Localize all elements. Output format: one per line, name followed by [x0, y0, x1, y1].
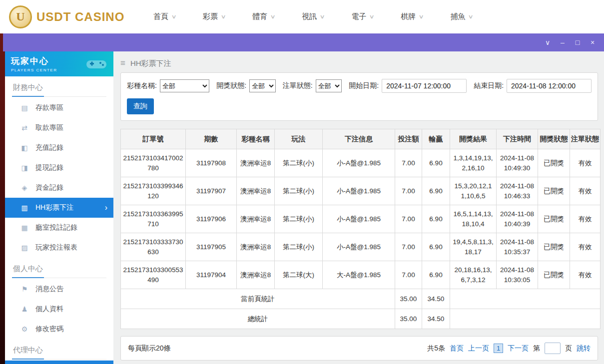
page-total-label: 當前頁統計	[121, 289, 395, 309]
sidebar-title: 玩家中心	[11, 55, 57, 67]
cell-bet-time: 2024-11-08 10:46:33	[497, 177, 538, 205]
current-page-indicator[interactable]: 1	[494, 344, 503, 353]
cell-draw-status: 已開獎	[538, 149, 570, 177]
grand-total-label: 總統計	[121, 309, 395, 329]
nav-item-electronic[interactable]: 電子∨	[338, 7, 387, 27]
sidebar-item-hh-lottery-bets[interactable]: ▥ HH彩票下注 ›	[5, 198, 113, 218]
hamburger-menu-icon[interactable]: ≡	[120, 58, 125, 68]
cell-order-status: 有效	[570, 261, 601, 289]
recharge-records-icon: ◧	[20, 144, 29, 152]
logo-text: USDT CASINO	[36, 10, 124, 24]
cell-draw-status: 已開獎	[538, 233, 570, 261]
cell-draw-result: 15,3,20,12,11,10,6,5	[450, 177, 497, 205]
sidebar-item-label: 取款專區	[35, 123, 63, 132]
prev-page-link[interactable]: 上一页	[468, 344, 489, 353]
start-date-input[interactable]	[382, 79, 467, 93]
cell-order-status: 有效	[570, 233, 601, 261]
col-order-status: 注單狀態	[570, 129, 601, 149]
window-titlebar: ∨ – □ ×	[3, 33, 604, 51]
order-status-select[interactable]: 全部	[316, 79, 342, 92]
section-label: 代理中心	[12, 344, 44, 360]
nav-item-live-video[interactable]: 視訊∨	[288, 7, 338, 27]
cell-order-number: 2152173103417002780	[121, 149, 186, 177]
nav-label: 捕魚	[450, 12, 465, 21]
main-content: ≡ HH彩票下注 彩種名稱: 全部 開獎狀態: 全部 注單狀態: 全部	[113, 51, 604, 364]
nav-label: 棋牌	[401, 12, 416, 21]
nav-item-home[interactable]: 首頁∨	[140, 7, 189, 27]
end-date-input[interactable]	[507, 79, 592, 93]
gear-icon: ⚙	[20, 325, 29, 333]
lottery-bets-icon: ▥	[20, 204, 29, 212]
cell-draw-status: 已開獎	[538, 261, 570, 289]
main-nav: 首頁∨ 彩票∨ 體育∨ 視訊∨ 電子∨ 棋牌∨ 捕魚∨	[140, 7, 595, 27]
sidebar-item-recharge-records[interactable]: ◧ 充值記錄	[5, 138, 113, 158]
filter-panel: 彩種名稱: 全部 開獎狀態: 全部 注單狀態: 全部 開始日期: 結束日期:	[120, 72, 598, 121]
cell-bet-amount: 7.00	[395, 177, 422, 205]
sidebar-item-room-bet-records[interactable]: ▦ 廳室投註記錄	[5, 218, 113, 238]
cell-play-type: 第二球(小)	[275, 205, 323, 233]
page-total-empty	[450, 289, 601, 309]
nav-item-fishing[interactable]: 捕魚∨	[437, 7, 486, 27]
window-collapse-icon[interactable]: ∨	[542, 37, 553, 48]
sidebar-item-label: 玩家投注報表	[35, 243, 77, 252]
logo-coin-icon: U	[9, 5, 32, 28]
section-label: 個人中心	[12, 263, 44, 278]
room-records-icon: ▦	[20, 224, 29, 232]
sidebar-item-fund-records[interactable]: ◈ 資金記錄	[5, 178, 113, 198]
person-icon: ♟	[20, 305, 29, 313]
nav-label: 體育	[252, 12, 267, 21]
sidebar-item-cashout-records[interactable]: ◨ 提現記錄	[5, 158, 113, 178]
sidebar-item-withdraw[interactable]: ⇄ 取款專區	[5, 118, 113, 138]
sidebar-item-deposit[interactable]: ▤ 存款專區	[5, 98, 113, 118]
sidebar-item-label: 修改密碼	[35, 325, 63, 334]
pagination-controls: 共5条 首页 上一页 1 下一页 第 页 跳转	[427, 343, 591, 354]
cell-period: 31197905	[186, 233, 237, 261]
page-jump-input[interactable]	[545, 343, 561, 354]
page-total-win: 34.50	[422, 289, 450, 309]
col-draw-result: 開獎結果	[450, 129, 497, 149]
cell-order-number: 2152173103300553490	[121, 261, 186, 289]
nav-item-board-games[interactable]: 棋牌∨	[387, 7, 437, 27]
cell-bet-time: 2024-11-08 10:30:05	[497, 261, 538, 289]
cell-bet-amount: 7.00	[395, 233, 422, 261]
window-minimize-icon[interactable]: –	[557, 37, 568, 48]
nav-item-lottery[interactable]: 彩票∨	[189, 7, 239, 27]
cell-draw-result: 20,18,16,13,6,7,3,12	[450, 261, 497, 289]
cell-period: 31197904	[186, 261, 237, 289]
sidebar-item-player-bet-report[interactable]: ▨ 玩家投注報表	[5, 238, 113, 258]
chevron-down-icon: ∨	[220, 13, 226, 20]
cell-lottery-name: 澳洲幸运8	[237, 261, 275, 289]
draw-status-select[interactable]: 全部	[249, 79, 276, 92]
player-center-sidebar: 玩家中心 PLAYERS CENTER 財務中心 ▤ 存款專區 ⇄	[5, 51, 113, 364]
cell-draw-result: 1,3,14,19,13,2,16,10	[450, 149, 497, 177]
nav-label: 視訊	[302, 12, 317, 21]
sidebar-item-label: 存款專區	[35, 103, 63, 112]
cell-bet-info: 大-A盤@1.985	[323, 261, 395, 289]
next-page-link[interactable]: 下一页	[508, 344, 529, 353]
first-page-link[interactable]: 首页	[450, 344, 464, 353]
cell-play-type: 第二球(大)	[275, 261, 323, 289]
casino-logo[interactable]: U USDT CASINO	[9, 5, 140, 28]
sidebar-item-announcements[interactable]: ⚑ 消息公告	[5, 279, 113, 299]
sidebar-item-profile[interactable]: ♟ 個人資料	[5, 299, 113, 319]
lottery-type-select[interactable]: 全部	[160, 79, 209, 92]
sidebar-item-change-password[interactable]: ⚙ 修改密碼	[5, 319, 113, 339]
jump-button[interactable]: 跳转	[577, 344, 591, 353]
chevron-down-icon: ∨	[171, 13, 176, 20]
per-page-info: 每頁顯示20條	[128, 344, 171, 353]
nav-item-sports[interactable]: 體育∨	[239, 7, 288, 27]
section-label: 財務中心	[12, 81, 44, 97]
col-draw-status: 開獎狀態	[538, 129, 570, 149]
cell-order-number: 2152173103363995710	[121, 205, 186, 233]
window-close-icon[interactable]: ×	[587, 37, 598, 48]
page-total-row: 當前頁統計 35.00 34.50	[121, 289, 601, 309]
cell-bet-time: 2024-11-08 10:35:37	[497, 233, 538, 261]
cell-order-status: 有效	[570, 205, 601, 233]
sidebar-item-label: 個人資料	[35, 305, 63, 314]
window-maximize-icon[interactable]: □	[572, 37, 583, 48]
sidebar-item-label: 消息公告	[35, 285, 63, 294]
chevron-down-icon: ∨	[419, 13, 424, 20]
table-row: 2152173103333730630 31197905 澳洲幸运8 第二球(小…	[121, 233, 601, 261]
cell-order-number: 2152173103399346120	[121, 177, 186, 205]
query-button[interactable]: 查詢	[127, 98, 154, 114]
